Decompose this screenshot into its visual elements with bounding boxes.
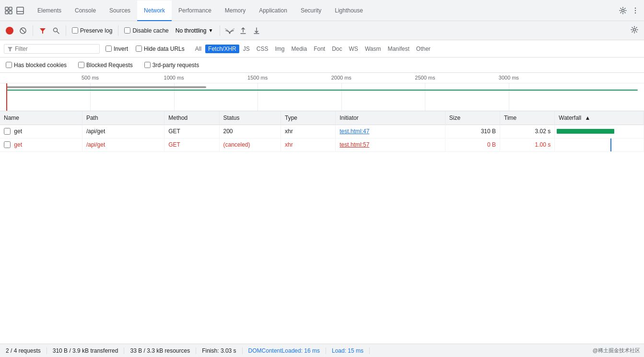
timeline-ruler: 500 ms 1000 ms 1500 ms 2000 ms 2500 ms 3… (0, 73, 644, 83)
search-button[interactable] (50, 25, 62, 36)
dock-icon[interactable] (15, 6, 25, 15)
download-icon-button[interactable] (251, 25, 262, 36)
filter-icon-button[interactable] (37, 25, 48, 36)
cell-time-1: 3.02 s (500, 125, 555, 138)
cell-name-1: get (0, 125, 82, 138)
grid-line-4 (341, 83, 342, 111)
watermark: @稀土掘金技术社区 (593, 347, 640, 354)
filter-type-img[interactable]: Img (272, 45, 287, 53)
separator-4 (220, 25, 220, 36)
tab-lighthouse[interactable]: Lighthouse (328, 0, 370, 21)
cell-time-2: 1.00 s (500, 138, 555, 151)
cell-waterfall-1 (555, 125, 644, 138)
tab-network[interactable]: Network (137, 0, 172, 21)
checks-bar: Has blocked cookies Blocked Requests 3rd… (0, 58, 644, 73)
tab-memory[interactable]: Memory (218, 0, 252, 21)
cell-method-2: GET (164, 138, 219, 151)
tick-2000ms: 2000 ms (331, 75, 351, 81)
filter-type-other[interactable]: Other (413, 45, 433, 53)
svg-marker-12 (40, 28, 46, 34)
filter-type-font[interactable]: Font (311, 45, 328, 53)
clear-button[interactable] (17, 25, 29, 36)
col-status[interactable]: Status (219, 111, 281, 125)
col-name[interactable]: Name (0, 111, 82, 125)
disable-cache-checkbox[interactable]: Disable cache (122, 27, 170, 34)
table-row[interactable]: get /api/get GET (canceled) xhr test.htm… (0, 138, 644, 151)
filter-input[interactable] (15, 46, 92, 52)
preserve-log-checkbox[interactable]: Preserve log (70, 27, 114, 34)
svg-line-11 (21, 29, 25, 33)
third-party-checkbox[interactable]: 3rd-party requests (142, 62, 201, 69)
col-initiator[interactable]: Initiator (336, 111, 445, 125)
filter-type-wasm[interactable]: Wasm (362, 45, 384, 53)
tab-application[interactable]: Application (252, 0, 294, 21)
status-transferred: 310 B / 3.9 kB transferred (47, 347, 125, 354)
col-size[interactable]: Size (445, 111, 500, 125)
tab-sources[interactable]: Sources (103, 0, 137, 21)
col-method[interactable]: Method (164, 111, 219, 125)
filter-type-ws[interactable]: WS (346, 45, 361, 53)
svg-marker-19 (8, 47, 12, 51)
tick-500ms: 500 ms (82, 75, 99, 81)
svg-point-7 (635, 7, 636, 8)
network-settings-button[interactable] (629, 24, 640, 37)
timeline: 500 ms 1000 ms 1500 ms 2000 ms 2500 ms 3… (0, 73, 644, 111)
grid-line-6 (509, 83, 509, 111)
filter-type-js[interactable]: JS (240, 45, 253, 53)
timeline-red-marker (6, 83, 7, 111)
cell-status-2: (canceled) (219, 138, 281, 151)
svg-point-18 (633, 29, 636, 31)
network-toolbar: Preserve log Disable cache No throttling… (0, 21, 644, 40)
settings-icon[interactable] (618, 6, 628, 15)
col-waterfall[interactable]: Waterfall ▲ (555, 111, 644, 125)
upload-icon-button[interactable] (237, 25, 249, 36)
cell-size-1: 310 B (445, 125, 500, 138)
tick-1000ms: 1000 ms (164, 75, 184, 81)
table-row[interactable]: get /api/get GET 200 xhr test.html:47 31… (0, 125, 644, 138)
status-dom-content: DOMContentLoaded: 16 ms (243, 347, 326, 354)
hide-data-urls-checkbox[interactable]: Hide data URLs (134, 46, 187, 52)
svg-rect-1 (9, 7, 12, 10)
throttle-button[interactable]: No throttling ▼ (173, 26, 216, 35)
separator-2 (66, 25, 66, 36)
col-type[interactable]: Type (281, 111, 336, 125)
filter-type-media[interactable]: Media (288, 45, 310, 53)
filter-input-wrap (4, 44, 100, 54)
cell-initiator-2[interactable]: test.html:57 (336, 138, 445, 151)
cell-size-2: 0 B (445, 138, 500, 151)
waterfall-blue-line-2 (610, 138, 611, 151)
row-checkbox-2[interactable] (4, 141, 11, 148)
blocked-cookies-checkbox[interactable]: Has blocked cookies (4, 62, 69, 69)
more-icon[interactable] (631, 6, 640, 15)
record-button[interactable] (4, 25, 15, 36)
filter-bar: Invert Hide data URLs All Fetch/XHR JS C… (0, 40, 644, 58)
waterfall-bar-1 (557, 129, 614, 134)
svg-point-9 (635, 12, 636, 13)
tab-console[interactable]: Console (68, 0, 103, 21)
table-wrap[interactable]: Name Path Method Status Type Initiator S… (0, 111, 644, 344)
wifi-icon-button[interactable] (224, 25, 235, 36)
blocked-requests-checkbox[interactable]: Blocked Requests (76, 62, 135, 69)
filter-type-css[interactable]: CSS (254, 45, 271, 53)
filter-type-all[interactable]: All (192, 45, 204, 53)
svg-line-14 (57, 32, 59, 34)
invert-checkbox[interactable]: Invert (104, 46, 130, 52)
col-path[interactable]: Path (82, 111, 164, 125)
main-content: 500 ms 1000 ms 1500 ms 2000 ms 2500 ms 3… (0, 73, 644, 344)
svg-point-13 (54, 28, 58, 32)
tab-security[interactable]: Security (294, 0, 328, 21)
filter-type-doc[interactable]: Doc (329, 45, 345, 53)
cell-path-2: /api/get (82, 138, 164, 151)
cell-method-1: GET (164, 125, 219, 138)
network-table: Name Path Method Status Type Initiator S… (0, 111, 644, 152)
cell-initiator-1[interactable]: test.html:47 (336, 125, 445, 138)
cell-status-1: 200 (219, 125, 281, 138)
row-checkbox-1[interactable] (4, 128, 11, 135)
tab-elements[interactable]: Elements (31, 0, 68, 21)
col-time[interactable]: Time (500, 111, 555, 125)
filter-type-fetchxhr[interactable]: Fetch/XHR (205, 45, 239, 53)
filter-type-manifest[interactable]: Manifest (385, 45, 412, 53)
status-requests: 2 / 4 requests (4, 347, 47, 354)
tab-performance[interactable]: Performance (172, 0, 218, 21)
back-icon[interactable] (4, 6, 13, 15)
